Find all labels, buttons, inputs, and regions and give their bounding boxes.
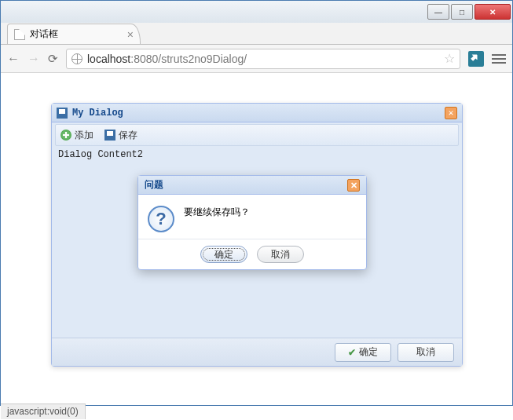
question-icon: ? <box>148 206 174 232</box>
panel-title: My Dialog <box>72 108 123 119</box>
tab-title: 对话框 <box>30 27 58 41</box>
confirm-header[interactable]: 问题 ✕ <box>138 176 366 195</box>
panel-ok-button[interactable]: ✔ 确定 <box>335 343 391 362</box>
disk-icon <box>104 130 115 141</box>
disk-icon <box>57 108 68 119</box>
panel-body: Dialog Content2 <box>52 146 462 163</box>
confirm-ok-button[interactable]: 确定 <box>200 246 247 263</box>
file-icon <box>14 29 25 40</box>
url-host: localhost <box>87 53 130 65</box>
url-path: :8080/struts2no9Dialog/ <box>130 53 247 65</box>
page-content: My Dialog ✕ 添加 保存 Dialog Content2 ✔ <box>1 73 512 405</box>
confirm-dialog: 问题 ✕ ? 要继续保存吗？ 确定 取消 <box>137 175 367 270</box>
add-button[interactable]: 添加 <box>60 129 93 142</box>
url-text: localhost:8080/struts2no9Dialog/ <box>87 53 247 65</box>
panel-cancel-button[interactable]: 取消 <box>398 343 454 362</box>
add-label: 添加 <box>75 129 93 142</box>
browser-toolbar: ← → ⟳ localhost:8080/struts2no9Dialog/ ☆ <box>1 45 512 73</box>
panel-footer: ✔ 确定 取消 <box>52 338 462 366</box>
confirm-cancel-label: 取消 <box>271 248 290 261</box>
save-button[interactable]: 保存 <box>104 129 137 142</box>
status-text: javascript:void(0) <box>7 406 79 417</box>
panel-cancel-label: 取消 <box>416 345 435 359</box>
confirm-body: ? 要继续保存吗？ <box>138 195 366 239</box>
panel-header[interactable]: My Dialog ✕ <box>52 104 462 122</box>
confirm-ok-label: 确定 <box>214 248 233 261</box>
bookmark-star-icon[interactable]: ☆ <box>444 51 455 66</box>
panel-toolbar: 添加 保存 <box>55 124 459 146</box>
save-label: 保存 <box>119 129 137 142</box>
extension-icon[interactable] <box>468 51 484 67</box>
confirm-footer: 确定 取消 <box>138 239 366 269</box>
forward-button[interactable]: → <box>27 52 40 66</box>
minimize-button[interactable]: — <box>427 4 449 20</box>
confirm-close-icon[interactable]: ✕ <box>347 179 360 192</box>
status-bar: javascript:void(0) <box>1 404 86 419</box>
window-close-button[interactable]: ✕ <box>475 4 511 20</box>
plus-icon <box>60 130 71 141</box>
confirm-cancel-button[interactable]: 取消 <box>257 246 304 263</box>
tab-strip: 对话框 × <box>1 23 512 45</box>
tab-close-icon[interactable]: × <box>127 29 134 40</box>
maximize-button[interactable]: □ <box>451 4 473 20</box>
confirm-title: 问题 <box>145 178 163 192</box>
browser-tab[interactable]: 对话框 × <box>7 24 141 44</box>
panel-content-text: Dialog Content2 <box>58 149 143 160</box>
globe-icon <box>71 53 82 64</box>
reload-button[interactable]: ⟳ <box>48 52 58 66</box>
panel-close-icon[interactable]: ✕ <box>445 107 457 119</box>
hamburger-menu-icon[interactable] <box>492 54 506 64</box>
back-button[interactable]: ← <box>7 52 20 66</box>
address-bar[interactable]: localhost:8080/struts2no9Dialog/ ☆ <box>66 49 460 69</box>
confirm-message: 要继续保存吗？ <box>184 206 250 219</box>
panel-ok-label: 确定 <box>359 345 378 359</box>
check-icon: ✔ <box>348 347 356 358</box>
window-titlebar: — □ ✕ <box>1 1 512 23</box>
